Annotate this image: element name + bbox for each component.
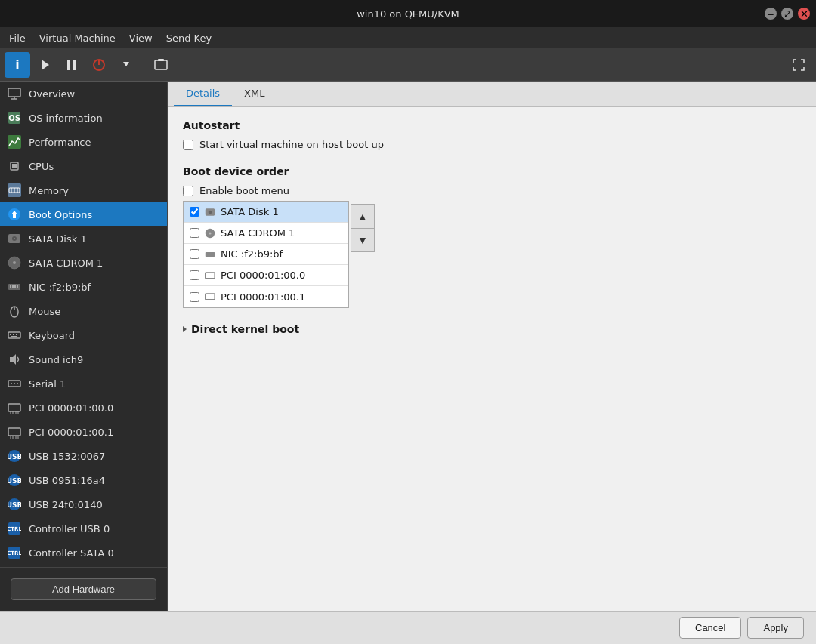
sidebar-item-nic-f2b9bf[interactable]: NIC :f2:b9:bf bbox=[0, 275, 167, 299]
svg-point-69 bbox=[209, 210, 212, 214]
sidebar-item-os-information[interactable]: OS OS information bbox=[0, 106, 167, 130]
sidebar-icon-overview bbox=[6, 85, 23, 102]
boot-device-checkbox-1[interactable] bbox=[190, 228, 199, 238]
sidebar-icon-usb-0951-16a4: USB bbox=[6, 472, 23, 488]
power-off-button[interactable] bbox=[86, 52, 112, 78]
power-on-button[interactable] bbox=[32, 52, 57, 78]
boot-device-icon-0 bbox=[204, 206, 216, 218]
sidebar-icon-cpus bbox=[6, 158, 23, 174]
sidebar-icon-usb-1532-0067: USB bbox=[6, 448, 23, 464]
sidebar-label-mouse: Mouse bbox=[29, 306, 60, 317]
boot-device-checkbox-2[interactable] bbox=[190, 249, 199, 259]
svg-point-42 bbox=[14, 383, 15, 384]
svg-marker-5 bbox=[123, 62, 129, 66]
sidebar-item-cpus[interactable]: CPUs bbox=[0, 154, 167, 178]
boot-device-label-3: PCI 0000:01:00.0 bbox=[221, 270, 305, 281]
cancel-button[interactable]: Cancel bbox=[679, 617, 741, 639]
enable-boot-menu-row: Enable boot menu bbox=[183, 185, 801, 196]
tabs: Details XML bbox=[168, 82, 816, 107]
boot-device-item-2[interactable]: NIC :f2:b9:bf bbox=[184, 244, 348, 265]
sidebar-item-serial-1[interactable]: Serial 1 bbox=[0, 371, 167, 396]
svg-rect-35 bbox=[10, 334, 11, 335]
direct-kernel-header[interactable]: Direct kernel boot bbox=[183, 323, 801, 335]
menu-virtual-machine[interactable]: Virtual Machine bbox=[33, 30, 122, 46]
sidebar-footer: Add Hardware bbox=[0, 567, 167, 611]
boot-device-icon-2 bbox=[204, 248, 216, 260]
svg-rect-36 bbox=[13, 334, 14, 335]
menu-send-key[interactable]: Send Key bbox=[160, 30, 218, 46]
sidebar-item-sound-ich9[interactable]: Sound ich9 bbox=[0, 347, 167, 371]
sidebar-item-mouse[interactable]: Mouse bbox=[0, 299, 167, 323]
sidebar-label-os-information: OS information bbox=[29, 112, 103, 124]
sidebar-item-usb-24f0-0140[interactable]: USB USB 24f0:0140 bbox=[0, 492, 167, 516]
sidebar-item-overview[interactable]: Overview bbox=[0, 82, 167, 106]
sidebar-scroll: Overview OS OS information Performance C… bbox=[0, 82, 167, 567]
sidebar-item-controller-sata-0[interactable]: CTRL Controller SATA 0 bbox=[0, 541, 167, 565]
sidebar-item-usb-0951-16a4[interactable]: USB USB 0951:16a4 bbox=[0, 468, 167, 492]
window-controls: – ⤢ ✕ bbox=[765, 8, 810, 20]
boot-device-checkbox-3[interactable] bbox=[190, 270, 199, 280]
tab-xml[interactable]: XML bbox=[232, 82, 277, 106]
sidebar-item-controller-usb-0[interactable]: CTRL Controller USB 0 bbox=[0, 516, 167, 541]
boot-device-item-3[interactable]: PCI 0000:01:00.0 bbox=[184, 265, 348, 286]
svg-text:OS: OS bbox=[8, 114, 20, 122]
svg-rect-44 bbox=[8, 404, 20, 411]
svg-rect-49 bbox=[8, 428, 20, 436]
sidebar-icon-boot-options bbox=[6, 206, 23, 223]
boot-device-item-4[interactable]: PCI 0000:01:00.1 bbox=[184, 286, 348, 307]
svg-rect-28 bbox=[10, 285, 11, 288]
tab-details[interactable]: Details bbox=[174, 82, 232, 106]
svg-rect-38 bbox=[11, 336, 17, 337]
sidebar-item-pci-0000-01-00-1[interactable]: PCI 0000:01:00.1 bbox=[0, 420, 167, 444]
svg-rect-8 bbox=[8, 88, 20, 97]
sidebar-icon-sata-cdrom-1 bbox=[6, 254, 23, 271]
sidebar-item-keyboard[interactable]: Keyboard bbox=[0, 323, 167, 347]
apply-button[interactable]: Apply bbox=[747, 617, 804, 639]
restore-button[interactable]: ⤢ bbox=[781, 8, 793, 20]
fullscreen-button[interactable] bbox=[786, 52, 811, 78]
screenshot-button[interactable] bbox=[148, 52, 174, 78]
sidebar: Overview OS OS information Performance C… bbox=[0, 82, 168, 611]
menubar: File Virtual Machine View Send Key bbox=[0, 27, 816, 48]
pause-button[interactable] bbox=[59, 52, 85, 78]
boot-up-button[interactable]: ▲ bbox=[351, 204, 375, 228]
dropdown-button[interactable] bbox=[113, 52, 139, 78]
svg-point-71 bbox=[209, 232, 211, 234]
menu-view[interactable]: View bbox=[123, 30, 159, 46]
sidebar-label-nic-f2b9bf: NIC :f2:b9:bf bbox=[29, 282, 91, 293]
sidebar-item-boot-options[interactable]: Boot Options bbox=[0, 202, 167, 226]
sidebar-item-memory[interactable]: Memory bbox=[0, 178, 167, 202]
add-hardware-button[interactable]: Add Hardware bbox=[11, 578, 156, 600]
sidebar-icon-pci-0000-01-00-1 bbox=[6, 424, 23, 440]
minimize-button[interactable]: – bbox=[765, 8, 777, 20]
boot-device-label-2: NIC :f2:b9:bf bbox=[221, 248, 283, 260]
sidebar-label-performance: Performance bbox=[29, 137, 91, 148]
boot-device-list: SATA Disk 1 SATA CDROM 1 NIC :f2:b9:bf P… bbox=[183, 201, 349, 308]
boot-device-item-1[interactable]: SATA CDROM 1 bbox=[184, 223, 348, 244]
content-area: Details XML Autostart Start virtual mach… bbox=[168, 82, 816, 611]
sidebar-item-sata-disk-1[interactable]: SATA Disk 1 bbox=[0, 226, 167, 251]
boot-device-checkbox-0[interactable] bbox=[190, 207, 199, 217]
svg-text:CTRL: CTRL bbox=[8, 526, 21, 532]
svg-text:CTRL: CTRL bbox=[8, 550, 21, 556]
sidebar-item-sata-cdrom-1[interactable]: SATA CDROM 1 bbox=[0, 251, 167, 275]
boot-device-item-0[interactable]: SATA Disk 1 bbox=[184, 202, 348, 223]
boot-device-checkbox-4[interactable] bbox=[190, 292, 199, 302]
sidebar-label-controller-sata-0: Controller SATA 0 bbox=[29, 547, 114, 559]
svg-point-43 bbox=[17, 383, 18, 384]
svg-rect-73 bbox=[206, 273, 215, 279]
close-button[interactable]: ✕ bbox=[798, 8, 810, 20]
boot-down-button[interactable]: ▼ bbox=[351, 228, 375, 252]
sidebar-label-controller-usb-0: Controller USB 0 bbox=[29, 523, 110, 535]
sidebar-item-pci-0000-01-00-0[interactable]: PCI 0000:01:00.0 bbox=[0, 396, 167, 420]
boot-order-container: SATA Disk 1 SATA CDROM 1 NIC :f2:b9:bf P… bbox=[183, 201, 801, 308]
sidebar-icon-pci-0000-01-00-0 bbox=[6, 399, 23, 416]
autostart-checkbox[interactable] bbox=[183, 140, 193, 150]
sidebar-item-usb-1532-0067[interactable]: USB USB 1532:0067 bbox=[0, 444, 167, 468]
svg-rect-30 bbox=[14, 285, 16, 288]
sidebar-label-serial-1: Serial 1 bbox=[29, 378, 66, 390]
enable-boot-menu-checkbox[interactable] bbox=[183, 186, 193, 196]
sidebar-icon-controller-sata-0: CTRL bbox=[6, 544, 23, 561]
sidebar-item-performance[interactable]: Performance bbox=[0, 130, 167, 154]
menu-file[interactable]: File bbox=[3, 30, 32, 46]
